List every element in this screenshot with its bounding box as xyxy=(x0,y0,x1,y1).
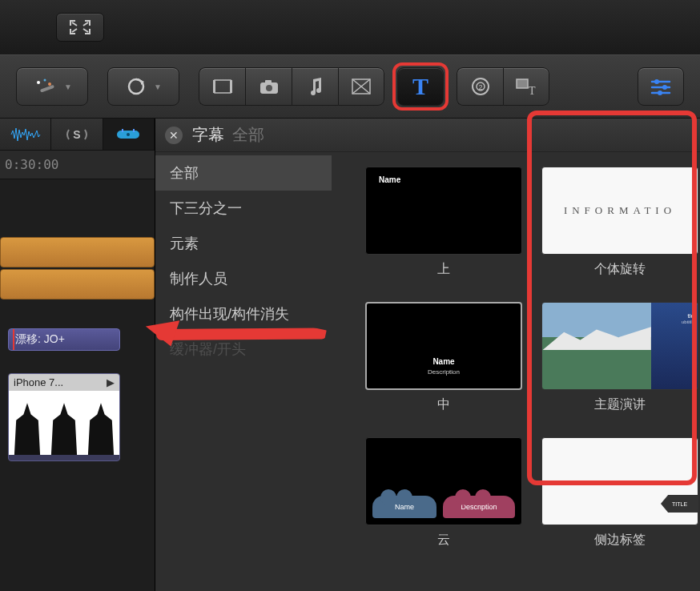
svg-rect-5 xyxy=(215,80,231,93)
photos-browser-button[interactable] xyxy=(245,67,292,106)
title-preset-middle[interactable]: Name Description 中 xyxy=(364,302,524,413)
title-preset-cloud[interactable]: Name Description 云 xyxy=(364,437,524,549)
browser-group xyxy=(199,67,384,106)
inspector-button[interactable] xyxy=(638,67,684,106)
retime-icon xyxy=(125,77,147,96)
audio-tag-tab[interactable] xyxy=(103,119,155,150)
svg-rect-27 xyxy=(122,129,123,132)
svg-rect-16 xyxy=(517,79,528,88)
close-icon: ✕ xyxy=(169,129,179,142)
sliders-icon xyxy=(649,78,673,95)
category-item-all[interactable]: 全部 xyxy=(155,155,332,191)
chevron-down-icon: ▼ xyxy=(154,82,162,91)
thumb-text: INFORMATIO xyxy=(564,204,676,217)
browser-subtitle: 全部 xyxy=(232,124,264,146)
fullscreen-button[interactable] xyxy=(56,13,104,42)
svg-point-2 xyxy=(48,82,51,86)
svg-point-0 xyxy=(37,81,40,84)
fullscreen-icon xyxy=(70,20,91,34)
title-preset-keynote[interactable]: tle ubtitle 主题演讲 xyxy=(540,302,700,413)
enhance-button[interactable]: ▼ xyxy=(16,67,88,106)
toolbar: ▼ ▼ T 2 T xyxy=(0,54,700,119)
title-label: 个体旋转 xyxy=(594,261,646,278)
music-icon xyxy=(307,76,324,97)
tag-icon xyxy=(114,127,143,142)
audio-clip[interactable] xyxy=(0,269,155,300)
retime-button[interactable]: ▼ xyxy=(107,67,179,106)
category-item-elements[interactable]: 元素 xyxy=(155,226,332,261)
svg-point-23 xyxy=(658,90,662,95)
thumb-text: ubtitle xyxy=(654,320,694,324)
svg-rect-10 xyxy=(265,80,272,83)
category-item-credits[interactable]: 制作人员 xyxy=(155,261,332,296)
generators-icon: 2 xyxy=(470,76,491,97)
browser-group-2: 2 T xyxy=(457,67,549,106)
titles-browser-button[interactable]: T xyxy=(397,67,444,106)
track-row xyxy=(0,192,155,232)
thumb-text: Description xyxy=(367,368,521,376)
svg-text:2: 2 xyxy=(478,83,482,91)
waveform-icon xyxy=(10,126,42,143)
svg-point-21 xyxy=(662,85,667,90)
audio-clip[interactable] xyxy=(0,237,155,267)
close-button[interactable]: ✕ xyxy=(165,127,183,144)
title-label: 云 xyxy=(437,532,450,549)
clip-label: 漂移: JO+ xyxy=(15,332,65,345)
thumb-text: TITLE xyxy=(661,495,698,513)
svg-text:S: S xyxy=(73,128,80,141)
svg-rect-7 xyxy=(230,80,232,93)
svg-rect-28 xyxy=(133,129,135,132)
title-preset-rotate[interactable]: INFORMATIO 个体旋转 xyxy=(540,167,700,278)
svg-point-19 xyxy=(654,79,659,84)
thumb-text: Description xyxy=(443,496,515,518)
filmstrip-icon xyxy=(211,77,234,96)
title-preset-upper[interactable]: Name 上 xyxy=(364,167,524,278)
timeline-panel: S 0:30:00 漂移: JO+ iPhone 7... ▶ xyxy=(0,119,155,591)
title-clip[interactable]: 漂移: JO+ xyxy=(8,328,120,351)
chevron-down-icon: ▼ xyxy=(64,82,72,91)
timeline-tracks[interactable]: 漂移: JO+ iPhone 7... ▶ xyxy=(0,179,155,591)
video-clip[interactable]: iPhone 7... ▶ xyxy=(8,373,120,461)
title-label: 中 xyxy=(437,396,450,413)
transitions-icon xyxy=(350,77,372,96)
titles-grid: Name 上 INFORMATIO 个体旋转 Name Description … xyxy=(332,119,700,591)
music-browser-button[interactable] xyxy=(292,67,338,106)
svg-point-26 xyxy=(127,133,130,136)
camera-icon xyxy=(258,78,280,95)
thumb-text: Name xyxy=(379,175,400,184)
audio-surround-tab[interactable]: S xyxy=(51,119,103,150)
thumb-text: tle xyxy=(654,312,694,320)
themes-browser-button[interactable]: T xyxy=(503,67,549,106)
svg-text:T: T xyxy=(529,85,536,96)
title-label: 主题演讲 xyxy=(594,396,646,413)
title-label: 上 xyxy=(437,261,450,278)
titles-button-highlight: T xyxy=(392,62,449,111)
surround-icon: S xyxy=(64,125,90,144)
thumb-text: Name xyxy=(367,357,521,366)
play-icon: ▶ xyxy=(107,376,115,388)
title-preset-sidetag[interactable]: TITLE 侧边标签 xyxy=(540,437,700,549)
transitions-browser-button[interactable] xyxy=(338,67,384,106)
category-list: 全部 下三分之一 元素 制作人员 构件出现/构件消失 缓冲器/开头 xyxy=(155,119,332,591)
title-label: 侧边标签 xyxy=(594,532,646,549)
timecode-display: 0:30:00 xyxy=(0,151,155,179)
audio-waveform-tab[interactable] xyxy=(0,119,51,150)
generators-browser-button[interactable]: 2 xyxy=(457,67,503,106)
magic-wand-icon xyxy=(32,76,58,97)
clips-browser-button[interactable] xyxy=(199,67,245,106)
clip-label: iPhone 7... xyxy=(14,376,63,388)
titles-browser: ✕ 字幕 全部 全部 下三分之一 元素 制作人员 构件出现/构件消失 缓冲器/开… xyxy=(155,119,700,591)
themes-icon: T xyxy=(514,77,538,96)
text-icon: T xyxy=(412,73,428,100)
svg-point-1 xyxy=(44,79,46,82)
svg-rect-6 xyxy=(213,80,215,93)
browser-title: 字幕 xyxy=(192,124,224,146)
svg-rect-3 xyxy=(40,85,54,93)
category-item-lower-thirds[interactable]: 下三分之一 xyxy=(155,191,332,226)
svg-point-11 xyxy=(266,85,272,91)
thumb-text: Name xyxy=(372,496,436,518)
